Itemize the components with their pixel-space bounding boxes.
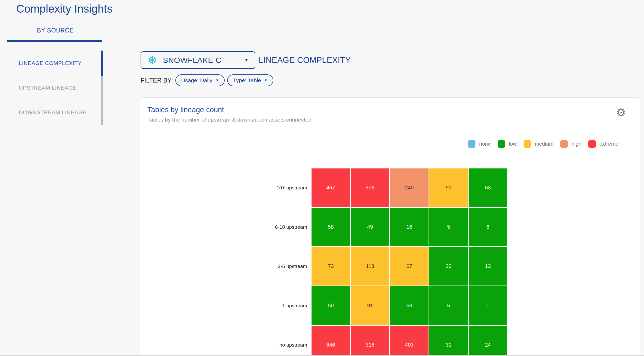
snowflake-icon: ❄ bbox=[147, 54, 157, 66]
heatmap-cell[interactable]: 67 bbox=[390, 247, 429, 286]
heatmap-cell[interactable]: 91 bbox=[351, 286, 389, 325]
heatmap-cell[interactable]: 5 bbox=[429, 208, 468, 246]
filter-chip-usage-value: Usage: Daily bbox=[181, 77, 212, 84]
heatmap-cell[interactable]: 63 bbox=[390, 286, 429, 325]
legend-label: none bbox=[479, 141, 491, 147]
heatmap-cell[interactable]: 73 bbox=[312, 247, 350, 286]
chevron-down-icon: ▼ bbox=[264, 78, 268, 82]
heatmap-row-label: 2-5 upstream bbox=[225, 247, 311, 286]
sidebar-scrollbar-thumb bbox=[101, 51, 103, 76]
heatmap-cell[interactable]: 49 bbox=[351, 208, 389, 246]
legend-swatch-icon bbox=[560, 140, 568, 148]
sidebar-item-lineage-complexity[interactable]: LINEAGE COMPLEXITY bbox=[19, 60, 81, 66]
complexity-insights-page: Complexity Insights BY SOURCE LINEAGE CO… bbox=[0, 0, 644, 356]
gear-icon[interactable]: ⚙ bbox=[616, 107, 626, 118]
heatmap-cell[interactable]: 16 bbox=[390, 208, 429, 246]
legend-item-medium[interactable]: medium bbox=[524, 140, 553, 148]
legend-label: extreme bbox=[599, 141, 618, 147]
heatmap-row-label: 10+ upstream bbox=[225, 168, 311, 207]
heatmap-cell[interactable]: 403 bbox=[390, 326, 429, 356]
filter-chip-type-value: Type: Table bbox=[233, 77, 261, 84]
heatmap-cell[interactable]: 20 bbox=[429, 247, 468, 286]
legend-item-none[interactable]: none bbox=[468, 140, 491, 148]
heatmap: 10+ upstream46730624091636-10 upstream58… bbox=[225, 168, 507, 356]
heatmap-cell[interactable]: 31 bbox=[429, 326, 468, 356]
sidebar-item-upstream-lineage[interactable]: UPSTREAM LINEAGE bbox=[19, 85, 76, 91]
legend-item-low[interactable]: low bbox=[498, 140, 517, 148]
page-bottom-divider bbox=[0, 355, 644, 356]
card-title: Tables by lineage count bbox=[147, 106, 224, 114]
chevron-down-icon: ▼ bbox=[244, 58, 248, 63]
legend-label: low bbox=[509, 141, 517, 147]
heatmap-cell[interactable]: 646 bbox=[312, 326, 350, 356]
legend-swatch-icon bbox=[498, 140, 505, 148]
legend-swatch-icon bbox=[468, 140, 475, 148]
heatmap-cell[interactable]: 240 bbox=[390, 168, 429, 207]
legend-swatch-icon bbox=[524, 140, 531, 148]
heatmap-cell[interactable]: 13 bbox=[469, 247, 507, 286]
source-selector-dropdown[interactable]: ❄ SNOWFLAKE C ▼ bbox=[141, 51, 255, 69]
legend-item-extreme[interactable]: extreme bbox=[588, 140, 618, 148]
heatmap-cell[interactable]: 306 bbox=[351, 168, 389, 207]
heatmap-cell[interactable]: 113 bbox=[351, 247, 389, 286]
legend-label: high bbox=[571, 141, 581, 147]
page-title: Complexity Insights bbox=[16, 3, 113, 15]
heatmap-cell[interactable]: 63 bbox=[469, 168, 507, 207]
source-selector-value: SNOWFLAKE C bbox=[163, 56, 221, 65]
heatmap-cell[interactable]: 58 bbox=[312, 208, 350, 246]
chevron-down-icon: ▼ bbox=[215, 78, 219, 82]
heatmap-cell[interactable]: 24 bbox=[469, 326, 507, 356]
sidebar-scrollbar[interactable] bbox=[101, 51, 103, 125]
legend-swatch-icon bbox=[588, 140, 596, 148]
legend: nonelowmediumhighextreme bbox=[468, 140, 618, 148]
tab-by-source[interactable]: BY SOURCE bbox=[37, 27, 74, 34]
legend-label: medium bbox=[535, 141, 553, 147]
sidebar-item-downstream-lineage[interactable]: DOWNSTREAM LINEAGE bbox=[19, 109, 86, 116]
heatmap-row-label: no upstream bbox=[225, 326, 311, 356]
tab-active-indicator bbox=[7, 40, 102, 42]
card-subtitle: Tables by the number of upstream & downs… bbox=[147, 117, 312, 123]
heatmap-cell[interactable]: 50 bbox=[312, 286, 350, 325]
heatmap-cell[interactable]: 6 bbox=[469, 208, 507, 246]
legend-item-high[interactable]: high bbox=[560, 140, 581, 148]
heatmap-cell[interactable]: 1 bbox=[469, 286, 507, 325]
heatmap-row-label: 6-10 upstream bbox=[225, 208, 311, 246]
heatmap-cell[interactable]: 316 bbox=[351, 326, 389, 356]
filter-chip-type[interactable]: Type: Table ▼ bbox=[227, 74, 273, 86]
heatmap-cell[interactable]: 6 bbox=[429, 286, 468, 325]
section-heading: LINEAGE COMPLEXITY bbox=[259, 56, 351, 65]
filter-by-label: FILTER BY: bbox=[141, 77, 173, 84]
filter-chip-usage[interactable]: Usage: Daily ▼ bbox=[175, 74, 225, 86]
heatmap-cell[interactable]: 91 bbox=[429, 168, 468, 207]
heatmap-cell[interactable]: 467 bbox=[312, 168, 350, 207]
heatmap-row-label: 1 upstream bbox=[225, 286, 311, 325]
